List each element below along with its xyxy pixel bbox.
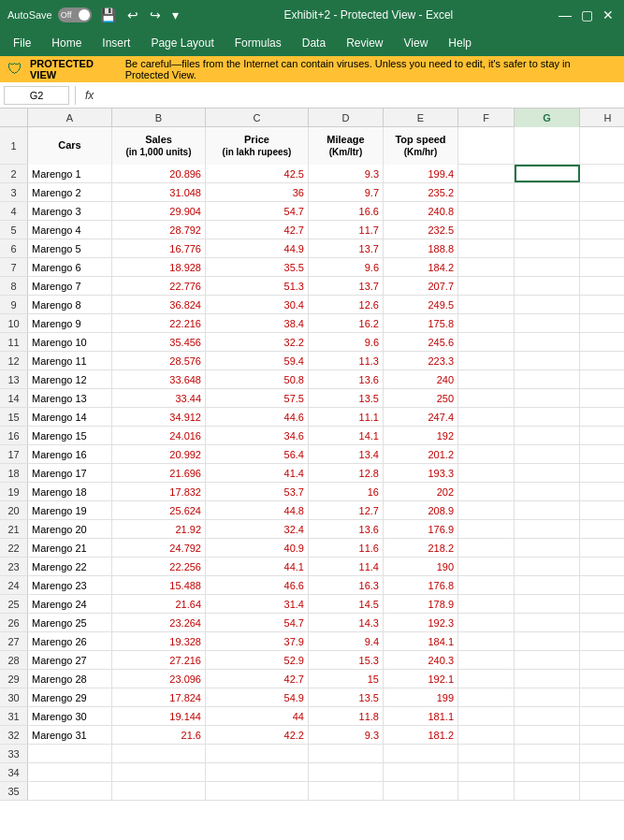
cell-g12[interactable] — [515, 352, 580, 369]
cell-b31[interactable]: 19.144 — [112, 707, 206, 725]
cell-e21[interactable]: 176.9 — [384, 520, 458, 538]
menu-item-formulas[interactable]: Formulas — [225, 33, 291, 53]
cell-h3[interactable] — [580, 183, 624, 201]
col-header-a[interactable]: A — [28, 109, 112, 127]
cell-e35[interactable] — [384, 782, 458, 800]
cell-d6[interactable]: 13.7 — [309, 239, 384, 257]
cell-e8[interactable]: 207.7 — [384, 277, 458, 295]
cell-e16[interactable]: 192 — [384, 427, 458, 444]
cell-f8[interactable] — [458, 277, 515, 295]
cell-d25[interactable]: 14.5 — [309, 595, 384, 613]
close-icon[interactable]: ✕ — [600, 6, 617, 24]
cell-b25[interactable]: 21.64 — [112, 595, 206, 613]
maximize-icon[interactable]: ▢ — [578, 6, 596, 24]
cell-e28[interactable]: 240.3 — [384, 651, 458, 669]
cell-a18[interactable]: Marengo 17 — [28, 464, 112, 482]
cell-g5[interactable] — [515, 221, 580, 239]
cell-a10[interactable]: Marengo 9 — [28, 314, 112, 332]
cell-g26[interactable] — [515, 614, 580, 631]
cell-c8[interactable]: 51.3 — [206, 277, 309, 295]
cell-f4[interactable] — [458, 202, 515, 220]
cell-d1[interactable]: Mileage(Km/ltr) — [309, 127, 384, 165]
cell-c7[interactable]: 35.5 — [206, 258, 309, 276]
cell-b20[interactable]: 25.624 — [112, 501, 206, 519]
menu-item-data[interactable]: Data — [293, 33, 335, 53]
cell-b13[interactable]: 33.648 — [112, 370, 206, 388]
menu-item-view[interactable]: View — [395, 33, 438, 53]
cell-c5[interactable]: 42.7 — [206, 221, 309, 239]
cell-e33[interactable] — [384, 745, 458, 762]
cell-f29[interactable] — [458, 670, 515, 688]
menu-item-insert[interactable]: Insert — [93, 33, 139, 53]
cell-h9[interactable] — [580, 296, 624, 313]
cell-b35[interactable] — [112, 782, 206, 800]
cell-c35[interactable] — [206, 782, 309, 800]
cell-e9[interactable]: 249.5 — [384, 296, 458, 313]
cell-d32[interactable]: 9.3 — [309, 726, 384, 744]
cell-f30[interactable] — [458, 688, 515, 706]
cell-c10[interactable]: 38.4 — [206, 314, 309, 332]
cell-g7[interactable] — [515, 258, 580, 276]
cell-g2[interactable] — [515, 165, 580, 182]
cell-f22[interactable] — [458, 539, 515, 557]
cell-b3[interactable]: 31.048 — [112, 183, 206, 201]
cell-f9[interactable] — [458, 296, 515, 313]
undo-icon[interactable]: ↩ — [124, 6, 141, 24]
cell-f28[interactable] — [458, 651, 515, 669]
cell-b2[interactable]: 20.896 — [112, 165, 206, 182]
cell-b33[interactable] — [112, 745, 206, 762]
cell-h24[interactable] — [580, 576, 624, 594]
cell-d23[interactable]: 11.4 — [309, 558, 384, 575]
cell-a1[interactable]: Cars — [28, 127, 112, 165]
cell-b30[interactable]: 17.824 — [112, 688, 206, 706]
cell-f16[interactable] — [458, 427, 515, 444]
cell-f14[interactable] — [458, 389, 515, 407]
cell-e7[interactable]: 184.2 — [384, 258, 458, 276]
cell-d34[interactable] — [309, 763, 384, 781]
cell-c23[interactable]: 44.1 — [206, 558, 309, 575]
menu-item-review[interactable]: Review — [337, 33, 392, 53]
cell-d33[interactable] — [309, 745, 384, 762]
cell-a11[interactable]: Marengo 10 — [28, 333, 112, 351]
cell-g32[interactable] — [515, 726, 580, 744]
cell-c12[interactable]: 59.4 — [206, 352, 309, 369]
cell-e18[interactable]: 193.3 — [384, 464, 458, 482]
cell-b28[interactable]: 27.216 — [112, 651, 206, 669]
cell-f2[interactable] — [458, 165, 515, 182]
cell-e14[interactable]: 250 — [384, 389, 458, 407]
cell-e5[interactable]: 232.5 — [384, 221, 458, 239]
cell-f27[interactable] — [458, 632, 515, 650]
cell-f13[interactable] — [458, 370, 515, 388]
cell-f31[interactable] — [458, 707, 515, 725]
cell-b6[interactable]: 16.776 — [112, 239, 206, 257]
cell-h17[interactable] — [580, 445, 624, 463]
cell-h7[interactable] — [580, 258, 624, 276]
cell-f20[interactable] — [458, 501, 515, 519]
cell-a30[interactable]: Marengo 29 — [28, 688, 112, 706]
cell-a19[interactable]: Marengo 18 — [28, 483, 112, 500]
cell-a12[interactable]: Marengo 11 — [28, 352, 112, 369]
cell-b18[interactable]: 21.696 — [112, 464, 206, 482]
cell-b8[interactable]: 22.776 — [112, 277, 206, 295]
cell-f25[interactable] — [458, 595, 515, 613]
cell-d13[interactable]: 13.6 — [309, 370, 384, 388]
col-header-c[interactable]: C — [206, 109, 309, 127]
cell-h26[interactable] — [580, 614, 624, 631]
cell-e17[interactable]: 201.2 — [384, 445, 458, 463]
cell-b10[interactable]: 22.216 — [112, 314, 206, 332]
minimize-icon[interactable]: — — [556, 6, 574, 24]
cell-a24[interactable]: Marengo 23 — [28, 576, 112, 594]
cell-c6[interactable]: 44.9 — [206, 239, 309, 257]
cell-h23[interactable] — [580, 558, 624, 575]
cell-b15[interactable]: 34.912 — [112, 408, 206, 426]
cell-d11[interactable]: 9.6 — [309, 333, 384, 351]
cell-a9[interactable]: Marengo 8 — [28, 296, 112, 313]
cell-h31[interactable] — [580, 707, 624, 725]
cell-d8[interactable]: 13.7 — [309, 277, 384, 295]
cell-a2[interactable]: Marengo 1 — [28, 165, 112, 182]
cell-d24[interactable]: 16.3 — [309, 576, 384, 594]
cell-b29[interactable]: 23.096 — [112, 670, 206, 688]
cell-d28[interactable]: 15.3 — [309, 651, 384, 669]
cell-c14[interactable]: 57.5 — [206, 389, 309, 407]
cell-a25[interactable]: Marengo 24 — [28, 595, 112, 613]
